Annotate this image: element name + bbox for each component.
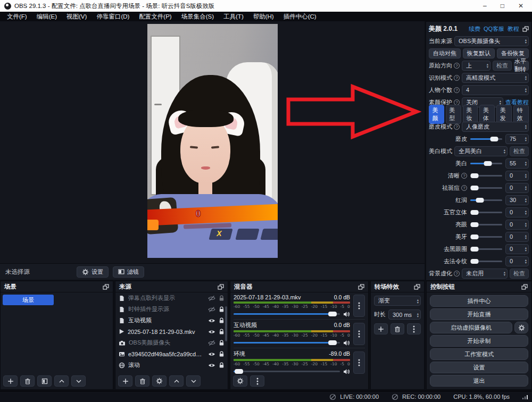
source-row[interactable]: 滚动 xyxy=(115,359,228,371)
transition-menu-button[interactable] xyxy=(407,323,421,334)
lock-icon[interactable] xyxy=(219,362,225,368)
whiten-mode-select[interactable]: 全局美白 ▴▾ xyxy=(454,146,508,156)
beauty-link-1[interactable]: QQ客服 xyxy=(484,25,504,33)
source-move-down-button[interactable] xyxy=(186,375,201,387)
lock-icon[interactable] xyxy=(219,340,225,346)
popout-icon[interactable] xyxy=(218,284,224,290)
source-properties-button[interactable] xyxy=(152,375,167,387)
slider-value-spinner[interactable]: 75▴▾ xyxy=(505,134,529,144)
transition-select[interactable]: 渐变 ▴▾ xyxy=(374,296,421,306)
source-row[interactable]: 时钟插件显示源 xyxy=(115,304,228,315)
slider-handle[interactable] xyxy=(491,137,498,141)
smooth-mode-select[interactable]: 人像磨皮 ▴▾ xyxy=(462,122,529,132)
popout-icon[interactable] xyxy=(521,284,528,290)
control-button-0[interactable]: 插件中心 xyxy=(430,295,528,307)
menu-item-5[interactable]: 场景集合(S) xyxy=(177,12,219,21)
restore-default-button[interactable]: 恢复默认 xyxy=(463,48,495,58)
source-row[interactable]: OBS美颜摄像头 xyxy=(115,337,228,348)
menu-item-7[interactable]: 帮助(H) xyxy=(248,12,279,21)
slider-handle[interactable] xyxy=(471,234,479,239)
beauty-link-0[interactable]: 续费 xyxy=(469,25,480,33)
menu-item-8[interactable]: 插件中心(C) xyxy=(279,12,321,21)
help-icon[interactable]: ? xyxy=(461,185,467,191)
menu-item-0[interactable]: 文件(F) xyxy=(2,12,32,21)
slider-track[interactable] xyxy=(470,199,502,201)
help-icon[interactable]: ? xyxy=(461,173,467,179)
slider-handle[interactable] xyxy=(471,186,479,190)
slider-handle[interactable] xyxy=(471,222,479,227)
lock-icon[interactable] xyxy=(219,306,225,313)
slider-handle[interactable] xyxy=(471,210,479,215)
popout-icon[interactable] xyxy=(414,284,420,290)
slider-handle[interactable] xyxy=(476,198,484,203)
preview-canvas[interactable]: 0 X xyxy=(0,21,425,263)
slider-value-spinner[interactable]: 0▴▾ xyxy=(505,171,529,181)
source-row[interactable]: 弹幕点歌列表显示 xyxy=(115,292,228,304)
menu-item-6[interactable]: 工具(T) xyxy=(219,12,248,21)
slider-value-spinner[interactable]: 0▴▾ xyxy=(505,232,529,242)
menu-item-3[interactable]: 停靠窗口(D) xyxy=(92,12,134,21)
slider-value-spinner[interactable]: 0▴▾ xyxy=(505,220,529,230)
hidden-eye-icon[interactable] xyxy=(208,306,215,313)
lock-icon[interactable] xyxy=(219,329,225,335)
volume-handle[interactable] xyxy=(235,369,243,374)
add-scene-button[interactable] xyxy=(3,375,18,387)
add-transition-button[interactable] xyxy=(374,323,388,334)
help-icon[interactable]: ? xyxy=(454,63,460,69)
popout-icon[interactable] xyxy=(522,26,529,32)
mixer-channel-menu-button[interactable] xyxy=(353,323,365,345)
source-row[interactable]: 2025-07-18 21-29-03.mkv xyxy=(115,326,228,337)
autofocus-button[interactable]: 自动对焦 xyxy=(429,48,461,58)
recognition-mode-select[interactable]: 高精度模式 ▴▾ xyxy=(462,73,529,83)
bg-blur-check-button[interactable]: 检查 xyxy=(510,269,529,279)
control-button-1[interactable]: 开始直播 xyxy=(430,308,528,320)
volume-handle[interactable] xyxy=(328,312,337,316)
help-icon[interactable]: ? xyxy=(454,124,460,130)
control-button-6[interactable]: 退出 xyxy=(430,375,528,387)
slider-handle[interactable] xyxy=(471,247,479,252)
current-source-select[interactable]: OBS美颜摄像头 ▴▾ xyxy=(454,36,529,46)
advanced-audio-button[interactable] xyxy=(233,375,247,387)
help-icon[interactable]: ? xyxy=(454,75,460,81)
slider-track[interactable] xyxy=(470,261,502,262)
remove-transition-button[interactable] xyxy=(390,323,404,334)
slider-handle[interactable] xyxy=(484,161,492,166)
lock-icon[interactable] xyxy=(219,295,225,302)
source-row[interactable]: 互动视频 xyxy=(115,315,228,326)
volume-handle[interactable] xyxy=(328,340,337,345)
slider-handle[interactable] xyxy=(471,173,479,178)
source-row[interactable]: e394502df49aa5fc2a99cd2e7c xyxy=(115,348,228,359)
minimize-button[interactable]: – xyxy=(483,1,487,11)
flip-horizontal-button[interactable]: 水平翻转 xyxy=(514,61,529,71)
control-button-4[interactable]: 工作室模式 xyxy=(430,348,528,360)
slider-track[interactable] xyxy=(470,175,502,177)
slider-track[interactable] xyxy=(470,187,502,189)
whiten-check-button[interactable]: 检查 xyxy=(510,146,529,156)
speaker-icon[interactable] xyxy=(343,311,350,317)
orientation-select[interactable]: 上 ▴▾ xyxy=(462,61,491,71)
control-button-2[interactable]: 启动虚拟摄像机 xyxy=(430,322,512,333)
visible-eye-icon[interactable] xyxy=(208,351,215,357)
slider-value-spinner[interactable]: 0▴▾ xyxy=(505,256,529,266)
beauty-link-2[interactable]: 教程 xyxy=(508,25,519,33)
visible-eye-icon[interactable] xyxy=(208,317,215,324)
slider-value-spinner[interactable]: 55▴▾ xyxy=(505,158,529,169)
help-icon[interactable]: ? xyxy=(454,271,460,277)
popout-icon[interactable] xyxy=(103,284,109,290)
source-settings-button[interactable]: 设置 xyxy=(77,266,109,278)
volume-slider[interactable] xyxy=(234,371,340,372)
virtual-cam-config-button[interactable] xyxy=(514,322,528,333)
webcam-video[interactable]: 0 X xyxy=(147,24,278,258)
remove-source-button[interactable] xyxy=(135,375,149,387)
maximize-button[interactable]: □ xyxy=(501,1,504,11)
slider-track[interactable] xyxy=(470,236,502,238)
scene-move-up-button[interactable] xyxy=(54,375,69,387)
mixer-channel-menu-button[interactable] xyxy=(353,295,365,317)
control-button-3[interactable]: 开始录制 xyxy=(430,335,528,347)
hidden-eye-icon[interactable] xyxy=(208,295,215,302)
slider-track[interactable] xyxy=(470,138,502,140)
control-button-5[interactable]: 设置 xyxy=(430,362,528,373)
menu-item-2[interactable]: 视图(V) xyxy=(62,12,92,21)
slider-value-spinner[interactable]: 30▴▾ xyxy=(505,195,529,205)
bg-blur-select[interactable]: 未启用 ▴▾ xyxy=(462,269,508,279)
